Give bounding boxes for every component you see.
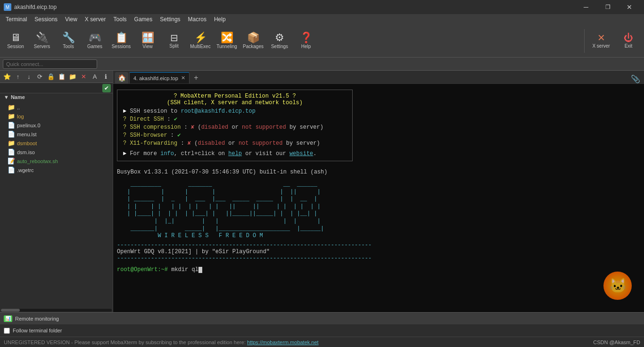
sidebar-folder-btn[interactable]: 📁 (68, 72, 78, 82)
menu-help[interactable]: Help (210, 15, 230, 24)
tab-close-icon[interactable]: ✕ (181, 75, 185, 81)
packages-button[interactable]: 📦 Packages (240, 27, 266, 55)
file-tree: 📁 .. 📁 log 📄 pxelinux.0 📄 menu.lst 📁 dsm… (0, 101, 113, 308)
ssh-info-box: ? MobaXterm Personal Edition v21.5 ? (SS… (117, 90, 353, 161)
file-item-pxelinux[interactable]: 📄 pxelinux.0 (0, 121, 113, 130)
file-item-parent[interactable]: 📁 .. (0, 103, 113, 112)
active-tab[interactable]: 4. akashifd.eicp.top ✕ (129, 72, 190, 83)
sidebar-copy-btn[interactable]: 📋 (57, 72, 66, 82)
file-item-dsmboot[interactable]: 📁 dsmboot (0, 139, 113, 148)
path-confirm-btn[interactable]: ✔ (102, 84, 111, 92)
hscroll-track (1, 309, 112, 312)
sidebar-refresh-btn[interactable]: ⟳ (35, 72, 45, 82)
file-item-script[interactable]: 📝 auto_rebootwx.sh (0, 157, 113, 165)
status-text: UNREGISTERED VERSION - Please support Mo… (4, 339, 593, 345)
menu-tools[interactable]: Tools (110, 15, 131, 24)
more-info-line: ► For more info, ctrl+click on help or v… (123, 150, 347, 157)
sidebar-lock-btn[interactable]: 🔒 (46, 72, 56, 82)
follow-folder-checkbox[interactable] (4, 328, 10, 334)
minimize-button[interactable]: ─ (575, 0, 597, 14)
expand-arrow-icon: ▼ (4, 94, 9, 100)
busybox-line: BusyBox v1.33.1 (2021-07-30 15:46:39 UTC… (117, 169, 640, 175)
browser-line: ? SSH-browser : ✔ (123, 132, 347, 139)
file-icon: 📄 (8, 166, 15, 174)
maximize-button[interactable]: ❐ (597, 0, 619, 14)
file-item-wgetrc[interactable]: 📄 .wgetrc (0, 165, 113, 174)
separator-line-1: ----------------------------------------… (117, 242, 640, 248)
compression-line: ? SSH compression : ✘ (disabled or not s… (123, 124, 347, 131)
file-item-dsmiso[interactable]: 📄 dsm.iso (0, 148, 113, 157)
app-icon: M (4, 3, 11, 11)
close-button[interactable]: ✕ (619, 0, 640, 14)
tab-bar: 🏠 4. akashifd.eicp.top ✕ + 📎 (113, 71, 644, 84)
exit-button[interactable]: ⏻ Exit (616, 27, 641, 55)
sidebar-down-btn[interactable]: ↓ (24, 72, 34, 82)
file-item-log[interactable]: 📁 log (0, 112, 113, 121)
multiexec-button[interactable]: ⚡ MultiExec (188, 27, 213, 55)
status-bar: UNREGISTERED VERSION - Please support Mo… (0, 337, 644, 347)
direct-ssh-line: ? Direct SSH : ✔ (123, 116, 347, 123)
tools-button[interactable]: 🔧 Tools (56, 27, 81, 55)
follow-folder-label[interactable]: Follow terminal folder (13, 328, 62, 333)
monitoring-icon: 📊 (4, 315, 12, 322)
file-item-menulst[interactable]: 📄 menu.lst (0, 130, 113, 139)
status-before-link: UNREGISTERED VERSION - Please support Mo… (4, 339, 247, 345)
menu-xserver[interactable]: X server (81, 15, 110, 24)
menu-terminal[interactable]: Terminal (2, 15, 31, 24)
terminal-output[interactable]: ? MobaXterm Personal Edition v21.5 ? (SS… (113, 84, 644, 312)
quick-connect-input[interactable] (3, 59, 97, 69)
watermark-text: CSDN @Akasm_FD (593, 339, 640, 345)
mobaxterm-link[interactable]: https://mobaxterm.mobatek.net (247, 339, 319, 345)
xserver-button[interactable]: ✕ X server (588, 27, 614, 55)
sidebar-star-btn[interactable]: ⭐ (2, 72, 12, 82)
prompt-text: root@OpenWrt:~# (117, 266, 171, 273)
sidebar-toolbar: ⭐ ↑ ↓ ⟳ 🔒 📋 📁 ✕ A ℹ (0, 71, 113, 83)
settings-button[interactable]: ⚙ Settings (267, 27, 292, 55)
servers-button[interactable]: 🔌 Servers (29, 27, 55, 55)
cursor-block (198, 267, 202, 273)
mascot-decoration: 🐱 (603, 272, 636, 305)
menu-macros[interactable]: Macros (184, 15, 210, 24)
menu-games[interactable]: Games (131, 15, 157, 24)
remote-monitoring-label: Remote monitoring (15, 316, 59, 322)
window-title: akashifd.eicp.top (14, 4, 575, 10)
file-icon: 📄 (8, 122, 15, 129)
sidebar-text-btn[interactable]: A (90, 72, 99, 82)
ssh-session-line: ► SSH session to root@akashifd.eicp.top (123, 108, 347, 115)
sessions-button[interactable]: 📋 Sessions (108, 27, 134, 55)
add-tab-button[interactable]: + (190, 72, 202, 83)
tunneling-button[interactable]: 🔀 Tunneling (214, 27, 239, 55)
bottom-bar: 📊 Remote monitoring Follow terminal fold… (0, 312, 644, 337)
openwrt-info: OpenWrt GDQ v8.1[2021] | by "eSir PlayGr… (117, 248, 640, 255)
remote-monitoring-button[interactable]: 📊 Remote monitoring (0, 312, 644, 324)
view-button[interactable]: 🪟 View (135, 27, 160, 55)
terminal-area: 🏠 4. akashifd.eicp.top ✕ + 📎 ? MobaXterm… (113, 71, 644, 312)
help-button[interactable]: ❓ Help (293, 27, 319, 55)
folder-icon: 📁 (8, 140, 15, 147)
path-bar: /root/ ✔ (0, 83, 113, 93)
quick-connect-bar (0, 58, 644, 71)
ssh-title-1: ? MobaXterm Personal Edition v21.5 ? (123, 93, 347, 99)
ssh-title-2: (SSH client, X server and network tools) (123, 99, 347, 106)
sidebar-info-btn[interactable]: ℹ (101, 72, 111, 82)
split-button[interactable]: ⊟ Split (161, 27, 187, 55)
menu-sessions[interactable]: Sessions (31, 15, 61, 24)
menu-bar: Terminal Sessions View X server Tools Ga… (0, 14, 644, 25)
toolbar-right: ✕ X server ⏻ Exit (582, 27, 641, 55)
terminal-prompt-line: root@OpenWrt:~# mkdir ql (117, 266, 640, 273)
window-controls: ─ ❐ ✕ (575, 0, 640, 14)
home-tab[interactable]: 🏠 (115, 72, 128, 83)
sidebar: ⭐ ↑ ↓ ⟳ 🔒 📋 📁 ✕ A ℹ /root/ ✔ ▼ Name 📁 .. (0, 71, 113, 312)
folder-icon: 📁 (8, 113, 15, 120)
session-button[interactable]: 🖥 Session (3, 27, 28, 55)
command-text: mkdir ql (171, 266, 198, 273)
sidebar-hscrollbar[interactable] (0, 308, 113, 312)
games-button[interactable]: 🎮 Games (82, 27, 107, 55)
sidebar-delete-btn[interactable]: ✕ (79, 72, 89, 82)
menu-view[interactable]: View (61, 15, 81, 24)
folder-icon: 📁 (8, 104, 15, 111)
sidebar-up-btn[interactable]: ↑ (13, 72, 23, 82)
path-input[interactable]: /root/ (2, 85, 102, 91)
hscroll-thumb[interactable] (1, 309, 20, 312)
menu-settings[interactable]: Settings (156, 15, 184, 24)
